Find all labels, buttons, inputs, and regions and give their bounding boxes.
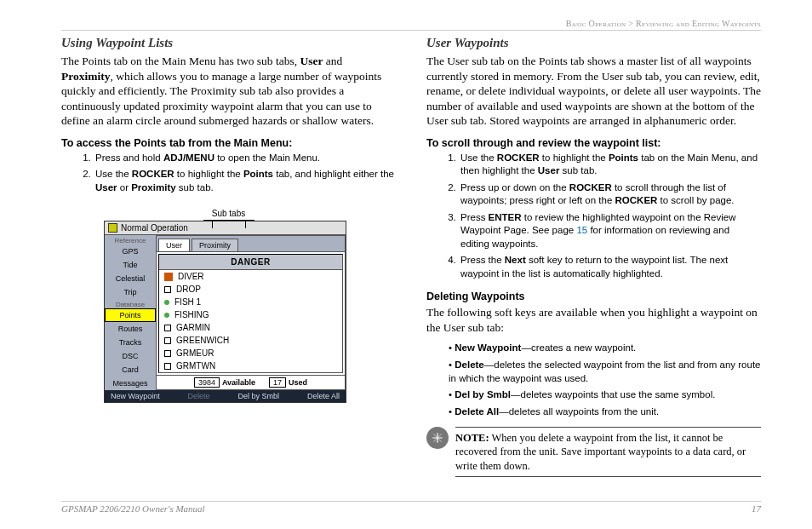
subhead-scroll-review: To scroll through and review the waypoin… — [426, 137, 761, 149]
square-icon — [164, 350, 171, 357]
list-item[interactable]: GRMEUR — [159, 347, 342, 359]
softkey-descriptions: New Waypoint—creates a new waypoint. Del… — [447, 342, 761, 418]
footer-manual-title: GPSMAP 2206/2210 Owner's Manual — [61, 503, 205, 514]
footer-page-number: 17 — [752, 503, 761, 514]
square-icon — [164, 325, 171, 331]
note-text: NOTE: When you delete a waypoint from th… — [455, 427, 761, 477]
dot-icon — [164, 300, 169, 305]
dot-icon — [164, 313, 169, 318]
note-icon — [426, 427, 449, 449]
sidebar-routes[interactable]: Routes — [105, 322, 156, 336]
figure-label: Sub tabs — [212, 209, 245, 218]
sidebar-dsc[interactable]: DSC — [105, 349, 156, 363]
sidebar-tide[interactable]: Tide — [105, 258, 156, 272]
softkey-new[interactable]: New Waypoint — [107, 392, 163, 400]
user-waypoints-para: The User sub tab on the Points tab shows… — [426, 54, 761, 129]
softkey-deleteall[interactable]: Delete All — [304, 392, 343, 400]
list-item[interactable]: DROP — [159, 283, 342, 296]
note-block: NOTE: When you delete a waypoint from th… — [426, 427, 761, 477]
flag-icon — [108, 223, 117, 233]
breadcrumb: Basic Operation > Reviewing and Editing … — [61, 19, 761, 31]
list-item[interactable]: DIVER — [159, 270, 342, 283]
page-footer: GPSMAP 2206/2210 Owner's Manual 17 — [61, 501, 761, 514]
bullet-delbysmbl: Del by Smbl—deletes waypoints that use t… — [447, 388, 761, 402]
rstep-4: Press the Next soft key to return to the… — [459, 254, 761, 280]
device-statusbar: 3984Available 17Used — [157, 375, 345, 389]
list-item[interactable]: FISHING — [159, 308, 342, 321]
subhead-deleting: Deleting Waypoints — [426, 290, 761, 302]
sidebar-trip[interactable]: Trip — [105, 285, 156, 299]
bullet-deleteall: Delete All—deletes all waypoints from th… — [447, 405, 761, 419]
square-icon — [164, 286, 171, 293]
device-screenshot: Normal Operation Reference GPS Tide Cele… — [104, 221, 346, 403]
square-icon — [164, 337, 171, 344]
softkey-delete[interactable]: Delete — [185, 392, 214, 400]
scroll-steps: Use the ROCKER to highlight the Points t… — [459, 152, 761, 281]
device-sidebar: Reference GPS Tide Celestial Trip Databa… — [105, 235, 156, 390]
device-titlebar: Normal Operation — [105, 221, 346, 235]
diver-flag-icon — [164, 273, 173, 281]
subtab-user[interactable]: User — [158, 239, 190, 251]
bc-right: Reviewing and Editing Waypoints — [636, 19, 761, 28]
deleting-para: The following soft keys are available wh… — [426, 305, 761, 335]
waypoint-list[interactable]: DANGER DIVER DROP FISH 1 FISHING GARMIN … — [158, 254, 343, 373]
sidebar-gps[interactable]: GPS — [105, 244, 156, 258]
access-steps: Press and hold ADJ/MENU to open the Main… — [94, 152, 396, 195]
heading-user-waypoints: User Waypoints — [426, 36, 761, 50]
rstep-3: Press ENTER to review the highlighted wa… — [459, 211, 761, 251]
list-selected[interactable]: DANGER — [159, 255, 342, 270]
bullet-new: New Waypoint—creates a new waypoint. — [447, 342, 761, 355]
subtab-proximity[interactable]: Proximity — [192, 239, 238, 251]
list-item[interactable]: GRMTWN — [159, 359, 342, 372]
left-column: Using Waypoint Lists The Points tab on t… — [61, 36, 396, 477]
rstep-2: Press up or down on the ROCKER to scroll… — [459, 181, 761, 208]
list-item[interactable]: GREENWICH — [159, 334, 342, 347]
bullet-delete: Delete—deletes the selected waypoint fro… — [447, 359, 761, 385]
device-mainpanel: User Proximity DANGER DIVER DROP FISH 1 … — [156, 235, 346, 390]
sidebar-tracks[interactable]: Tracks — [105, 336, 156, 349]
page-ref-15[interactable]: 15 — [576, 225, 587, 235]
sidebar-card[interactable]: Card — [105, 363, 156, 377]
step-2: Use the ROCKER to highlight the Points t… — [94, 168, 396, 194]
bc-left: Basic Operation — [566, 19, 626, 28]
list-item[interactable]: GARMIN — [159, 321, 342, 334]
sidebar-messages[interactable]: Messages — [105, 377, 156, 390]
list-item[interactable]: FISH 1 — [159, 296, 342, 308]
softkey-delbysmbl[interactable]: Del by Smbl — [235, 392, 283, 400]
sidebar-celestial[interactable]: Celestial — [105, 272, 156, 285]
square-icon — [164, 363, 171, 370]
heading-using-waypoint-lists: Using Waypoint Lists — [61, 36, 396, 50]
figure: Sub tabs Normal Operation Reference GPS … — [61, 206, 396, 403]
sidebar-points[interactable]: Points — [105, 308, 156, 322]
right-column: User Waypoints The User sub tab on the P… — [426, 36, 761, 477]
subhead-access-points: To access the Points tab from the Main M… — [61, 137, 396, 149]
device-title: Normal Operation — [121, 223, 188, 233]
device-softkeys: New Waypoint Delete Del by Smbl Delete A… — [105, 390, 346, 402]
step-1: Press and hold ADJ/MENU to open the Main… — [94, 152, 396, 165]
intro-paragraph: The Points tab on the Main Menu has two … — [61, 54, 396, 129]
rstep-1: Use the ROCKER to highlight the Points t… — [459, 152, 761, 178]
